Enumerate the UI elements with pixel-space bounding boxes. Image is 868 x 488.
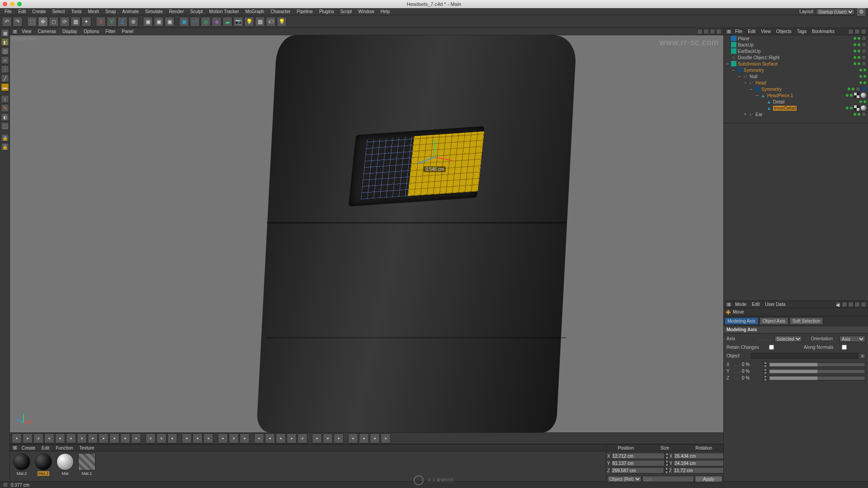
view-pan-icon[interactable] — [697, 29, 703, 34]
viewport-solo[interactable]: ◐ — [1, 113, 9, 121]
filter1-button[interactable]: ▪ — [348, 433, 358, 443]
workplane-lock[interactable]: 🔒 — [1, 134, 9, 142]
objects-menu-bookmarks[interactable]: Bookmarks — [810, 28, 837, 34]
objects-menu-icon[interactable]: ≡ — [726, 29, 732, 34]
axis-y-toggle[interactable]: Y — [107, 17, 117, 27]
axis-select[interactable]: Selected — [774, 336, 802, 342]
coord-size-mode[interactable] — [642, 476, 694, 482]
select-live-button[interactable]: ▪ — [12, 433, 22, 443]
tree-item-tags[interactable] — [846, 105, 866, 111]
mirror-button[interactable]: ▪ — [146, 433, 156, 443]
tag-sym[interactable] — [862, 87, 866, 91]
stepper[interactable]: ▲▼ — [665, 460, 669, 467]
material-menu-create[interactable]: Create — [19, 445, 38, 451]
orientation-select[interactable]: Axis — [840, 336, 865, 342]
snap-toggle[interactable]: ⬚ — [1, 122, 9, 130]
view-menu-display[interactable]: Display — [60, 28, 80, 34]
reset-axis-button[interactable]: ▪ — [229, 433, 239, 443]
view-menu-filter[interactable]: Filter — [103, 28, 118, 34]
stepper[interactable]: ▲▼ — [665, 452, 669, 460]
position-z[interactable] — [611, 467, 664, 474]
tree-item-tags[interactable] — [854, 49, 866, 53]
untriangulate-button[interactable]: ▪ — [203, 433, 213, 443]
subdivide-button[interactable]: ▪ — [182, 433, 192, 443]
edge-mode[interactable]: ╱ — [1, 74, 9, 82]
move-tool[interactable]: ✥ — [38, 17, 48, 27]
attr-menu-mode[interactable]: Mode — [733, 301, 749, 307]
menu-snap[interactable]: Snap — [103, 9, 118, 14]
rotate-tool[interactable]: ⟳ — [60, 17, 70, 27]
attr-menu-user-data[interactable]: User Data — [763, 301, 788, 307]
window-controls[interactable] — [3, 2, 22, 6]
snap-grid-button[interactable]: ▪ — [254, 433, 264, 443]
tree-item-tags[interactable] — [854, 36, 866, 41]
add-environment[interactable]: ☁ — [222, 17, 232, 27]
model-mode[interactable]: ◧ — [1, 38, 9, 46]
tag-g[interactable] — [858, 43, 860, 46]
brush-button[interactable]: ▪ — [66, 433, 76, 443]
viewport-nav-icons[interactable] — [697, 29, 722, 34]
tree-item-detail[interactable]: ▲Detail — [724, 99, 868, 105]
locked-tool[interactable]: ✦ — [81, 17, 91, 27]
material-mat-2[interactable]: Mat.2 — [12, 453, 32, 476]
along-normals-checkbox[interactable] — [842, 345, 847, 350]
tab-soft-selection[interactable]: Soft Selection — [789, 317, 824, 325]
tag-g[interactable] — [846, 94, 849, 97]
menu-sculpt[interactable]: Sculpt — [188, 9, 206, 14]
tag-g[interactable] — [858, 56, 860, 59]
attr-search-icon[interactable] — [842, 302, 847, 307]
add-light[interactable]: 💡 — [244, 17, 254, 27]
viewport[interactable]: Perspective www.rr-sc.com 0.546 cm — [10, 35, 723, 432]
tree-item-tags[interactable] — [854, 61, 866, 66]
menu-script[interactable]: Script — [338, 9, 355, 14]
align-button[interactable]: ▪ — [240, 433, 250, 443]
tree-item-tags[interactable] — [859, 75, 866, 78]
tag-g[interactable] — [854, 113, 856, 116]
view-menu-panel[interactable]: Panel — [119, 28, 137, 34]
tree-item-tags[interactable] — [846, 93, 866, 98]
tag-chk[interactable] — [862, 112, 866, 117]
material-mat[interactable]: Mat — [55, 453, 75, 476]
menu-select[interactable]: Select — [49, 9, 67, 14]
add-spline[interactable]: 〰 — [190, 17, 200, 27]
triangulate-button[interactable]: ▪ — [193, 433, 203, 443]
isoline-button[interactable]: ▪ — [312, 433, 322, 443]
clone-button[interactable]: ▪ — [167, 433, 177, 443]
tag-g[interactable] — [859, 75, 862, 78]
tag-g[interactable] — [858, 113, 860, 116]
polygon-mode[interactable]: ▬ — [1, 83, 9, 91]
tag-g[interactable] — [863, 69, 866, 71]
tag-g[interactable] — [848, 88, 850, 90]
select-tool[interactable]: ⬚ — [27, 17, 37, 27]
object-picker-icon[interactable]: ▸ — [860, 353, 865, 359]
menu-tools[interactable]: Tools — [68, 9, 84, 14]
tag-g[interactable] — [858, 50, 860, 52]
menu-character[interactable]: Character — [268, 9, 293, 14]
view-menu-cameras[interactable]: Cameras — [35, 28, 59, 34]
coord-system[interactable]: ⊕ — [128, 17, 138, 27]
tag-chk[interactable] — [862, 55, 866, 60]
undo-button[interactable]: ↶ — [2, 17, 12, 27]
snap-poly-button[interactable]: ▪ — [287, 433, 297, 443]
objects-menu-view[interactable]: View — [759, 28, 773, 34]
objects-menu-objects[interactable]: Objects — [774, 28, 794, 34]
menu-motion-tracker[interactable]: Motion Tracker — [207, 9, 242, 14]
expand-toggle[interactable]: – — [743, 80, 747, 85]
material-menu-edit[interactable]: Edit — [39, 445, 52, 451]
select-free-button[interactable]: ▪ — [55, 433, 65, 443]
tree-item-headpiece-1[interactable]: –▲HeadPiece.1 — [724, 92, 868, 99]
tag-chk[interactable] — [856, 87, 860, 91]
close-icon[interactable] — [3, 2, 7, 6]
add-generator[interactable]: ◎ — [201, 17, 211, 27]
tag-tag[interactable] — [854, 105, 859, 111]
tag-g[interactable] — [863, 75, 866, 78]
add-deformer[interactable]: ◆ — [212, 17, 222, 27]
zoom-icon[interactable] — [17, 2, 22, 6]
axis-center-button[interactable]: ▪ — [218, 433, 228, 443]
tag-g[interactable] — [854, 62, 856, 65]
expand-toggle[interactable]: – — [737, 74, 741, 79]
axis-mode[interactable]: ↕ — [1, 95, 9, 103]
snap-point-button[interactable]: ▪ — [265, 433, 275, 443]
attr-new-icon[interactable] — [861, 302, 866, 307]
tree-item-tags[interactable] — [859, 69, 866, 71]
